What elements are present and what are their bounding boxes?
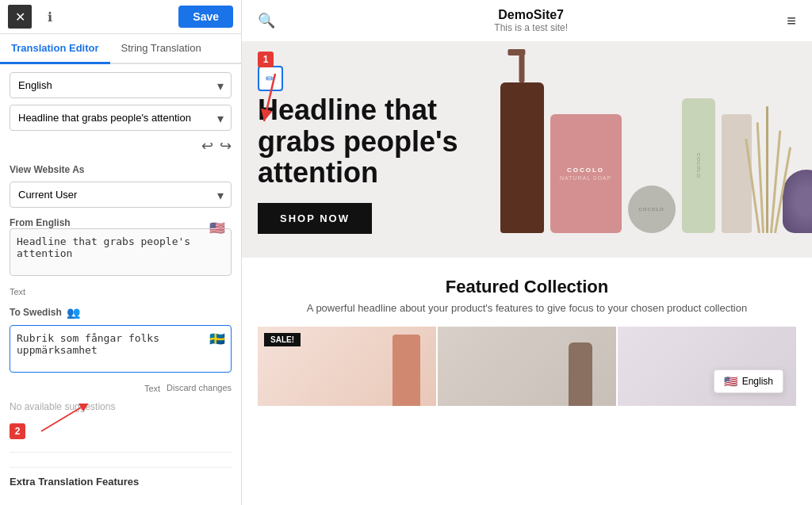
us-flag: 🇺🇸: [209, 220, 225, 235]
product-card-3: 🇺🇸 English: [618, 327, 796, 406]
discard-row: Text Discard changes: [10, 382, 232, 393]
search-icon[interactable]: 🔍: [258, 12, 275, 29]
hero-image-area: COCOLO NATURAL SOAP COCOLO COCOLO: [500, 67, 812, 233]
language-select[interactable]: English: [10, 72, 232, 98]
annotation-2-arrow: [33, 404, 97, 435]
hero-text-area: ✏ Headline that grabs people's attention…: [258, 66, 500, 234]
from-english-textarea[interactable]: Headline that grabs people's attention: [10, 228, 232, 276]
product-reed-sticks: [758, 98, 776, 233]
from-english-label: From English: [10, 217, 232, 228]
english-badge[interactable]: 🇺🇸 English: [714, 369, 783, 393]
hero-headline: Headline that grabs people's attention: [258, 94, 500, 189]
undo-redo-controls: ↩ ↪: [10, 137, 232, 155]
annotation-2-badge: 2: [10, 423, 25, 439]
product-bottle-glass: [722, 114, 752, 233]
to-swedish-header: To Swedish 👥: [10, 306, 232, 319]
panel-content: English Headline that grabs people's att…: [0, 64, 241, 495]
tab-translation-editor[interactable]: Translation Editor: [0, 34, 110, 64]
extra-features-title: Extra Translation Features: [10, 467, 232, 488]
string-selector[interactable]: Headline that grabs people's attention: [10, 105, 232, 131]
product-bottle-pump: [500, 82, 544, 233]
se-flag: 🇸🇪: [209, 331, 225, 346]
view-as-label: View Website As: [10, 164, 232, 175]
top-bar: ✕ ℹ Save: [0, 0, 241, 34]
view-as-selector[interactable]: Current User: [10, 182, 232, 208]
to-swedish-textarea[interactable]: Rubrik som fångar folks uppmärksamhet: [10, 325, 232, 373]
product-jar-pink: COCOLO NATURAL SOAP: [550, 114, 622, 233]
language-selector[interactable]: English: [10, 72, 232, 98]
view-as-select[interactable]: Current User: [10, 182, 232, 208]
close-button[interactable]: ✕: [8, 5, 32, 29]
annotation-2-area: 2: [10, 423, 232, 439]
product-tin-small: COCOLO: [628, 186, 676, 233]
redo-button[interactable]: ↪: [220, 137, 232, 155]
edit-pencil-button[interactable]: ✏: [258, 66, 283, 91]
undo-button[interactable]: ↩: [201, 137, 213, 155]
to-swedish-label: To Swedish: [10, 307, 62, 318]
to-swedish-section: 🇸🇪 Rubrik som fångar folks uppmärksamhet: [10, 325, 232, 376]
site-info: DemoSite7 This is a test site!: [275, 8, 787, 33]
from-english-section: From English 🇺🇸 Headline that grabs peop…: [10, 214, 232, 279]
products-row: SALE! 🇺🇸 English: [242, 327, 812, 406]
featured-subtitle: A powerful headline about your product's…: [289, 302, 765, 314]
svg-line-0: [41, 407, 81, 431]
discard-link[interactable]: Discard changes: [167, 383, 232, 392]
from-english-type: Text: [10, 287, 232, 296]
left-panel: ✕ ℹ Save Translation Editor String Trans…: [0, 0, 242, 505]
string-select[interactable]: Headline that grabs people's attention: [10, 105, 232, 131]
tabs: Translation Editor String Translation: [0, 34, 241, 64]
sale-badge: SALE!: [264, 333, 301, 346]
product-bottle-tall: COCOLO: [682, 98, 715, 233]
tab-string-translation[interactable]: String Translation: [110, 34, 213, 64]
menu-icon[interactable]: ≡: [787, 12, 796, 30]
annotation-1-area: 1: [258, 52, 274, 67]
product-card-2: [438, 327, 616, 406]
featured-title: Featured Collection: [258, 277, 796, 297]
featured-section: Featured Collection A powerful headline …: [242, 258, 812, 327]
people-icon: 👥: [67, 306, 80, 319]
hero-section: 1 ✏ Headline that grabs people's attenti…: [242, 42, 812, 258]
annotation-1-badge: 1: [258, 52, 274, 67]
us-flag-badge: 🇺🇸: [724, 375, 737, 388]
extra-features: Extra Translation Features: [10, 452, 232, 488]
site-header: 🔍 DemoSite7 This is a test site! ≡: [242, 0, 812, 42]
product-mockup: COCOLO NATURAL SOAP COCOLO COCOLO: [500, 67, 812, 233]
to-swedish-type: Text: [144, 384, 160, 393]
save-button[interactable]: Save: [178, 6, 233, 28]
right-panel: 🔍 DemoSite7 This is a test site! ≡ 1: [242, 0, 812, 505]
product-lavender: [783, 170, 812, 233]
english-badge-label: English: [742, 376, 773, 387]
shop-now-button[interactable]: SHOP NOW: [258, 203, 372, 234]
right-panel-content: 1 ✏ Headline that grabs people's attenti…: [242, 42, 812, 505]
site-name: DemoSite7: [275, 8, 787, 22]
site-tagline: This is a test site!: [275, 22, 787, 33]
info-button[interactable]: ℹ: [38, 5, 62, 29]
product-card-1: SALE!: [258, 327, 436, 406]
